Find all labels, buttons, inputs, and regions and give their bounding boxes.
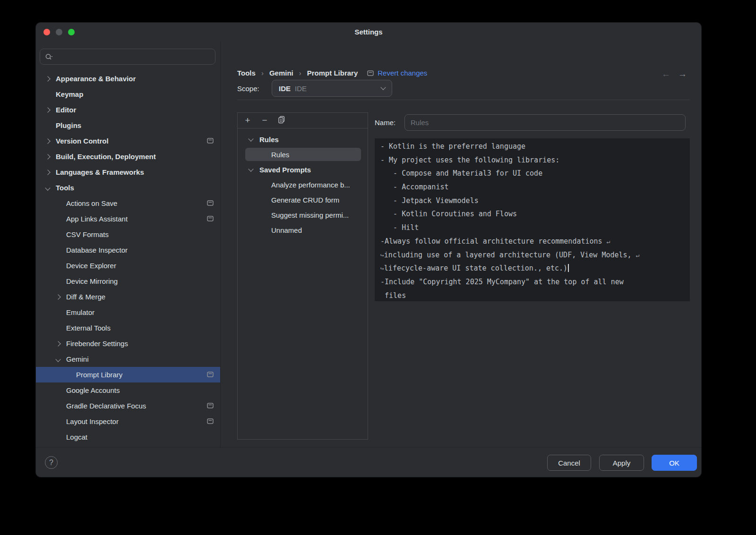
- chevron-right-icon[interactable]: [45, 76, 50, 81]
- prompt-item-label: Analyze performance b...: [271, 181, 350, 189]
- editor-line: - Jetpack Viewmodels: [380, 194, 686, 208]
- sidebar-item-label: Gradle Declarative Focus: [66, 402, 146, 410]
- editor-line-text: lifecycle-aware UI state collection., et…: [384, 264, 567, 272]
- sidebar-item-languages-frameworks[interactable]: Languages & Frameworks: [36, 164, 220, 180]
- editor-line: ↪lifecycle-aware UI state collection., e…: [380, 262, 686, 275]
- sidebar-item-emulator[interactable]: Emulator: [36, 305, 220, 320]
- sidebar-item-version-control[interactable]: Version Control: [36, 133, 220, 149]
- editor-line: - Hilt: [380, 221, 686, 235]
- editor-line: -Include "Copyright 2025 MyCompany" at t…: [380, 275, 686, 289]
- settings-search-box[interactable]: [40, 49, 215, 65]
- prompt-item-unnamed[interactable]: Unnamed: [238, 222, 368, 238]
- revert-changes-link[interactable]: Revert changes: [378, 69, 427, 77]
- sidebar-item-gradle-declarative-focus[interactable]: Gradle Declarative Focus: [36, 398, 220, 414]
- sidebar-item-database-inspector[interactable]: Database Inspector: [36, 242, 220, 258]
- chevron-right-icon[interactable]: [45, 154, 50, 159]
- cancel-button[interactable]: Cancel: [547, 455, 591, 471]
- prompt-text-editor[interactable]: - Kotlin is the preferred language- My p…: [375, 138, 690, 301]
- sidebar-item-plugins[interactable]: Plugins: [36, 118, 220, 133]
- breadcrumb-tools[interactable]: Tools: [237, 69, 256, 77]
- back-arrow-icon[interactable]: ←: [662, 69, 670, 79]
- sidebar-item-label: Device Mirroring: [66, 277, 118, 285]
- chevron-right-icon[interactable]: [45, 107, 50, 112]
- chevron-down-icon: [380, 85, 386, 90]
- sidebar-item-gemini[interactable]: Gemini: [36, 351, 220, 367]
- sidebar-item-tools[interactable]: Tools: [36, 180, 220, 195]
- sidebar-item-keymap[interactable]: Keymap: [36, 86, 220, 102]
- sidebar-item-label: Version Control: [56, 137, 109, 145]
- editor-line-text: - Kotlin Coroutines and Flows: [380, 210, 517, 218]
- prompt-item-rules[interactable]: Rules: [238, 147, 368, 162]
- forward-arrow-icon[interactable]: →: [678, 69, 687, 79]
- prompt-name-input[interactable]: [404, 114, 686, 131]
- sidebar-item-external-tools[interactable]: External Tools: [36, 320, 220, 336]
- scope-dropdown[interactable]: IDE IDE: [272, 80, 392, 97]
- prompt-group-saved-prompts[interactable]: Saved Prompts: [238, 162, 368, 177]
- chevron-down-icon[interactable]: [55, 357, 60, 362]
- apply-button[interactable]: Apply: [599, 455, 644, 471]
- text-cursor: [568, 264, 569, 272]
- help-button[interactable]: ?: [45, 456, 58, 469]
- sidebar-item-label: Gemini: [66, 355, 89, 363]
- chevron-right-icon[interactable]: [55, 341, 60, 346]
- sidebar-item-label: Keymap: [56, 90, 83, 98]
- sidebar-item-google-accounts[interactable]: Google Accounts: [36, 382, 220, 398]
- sidebar-item-label: Firebender Settings: [66, 340, 128, 348]
- prompt-tree-toolbar: + −: [238, 113, 368, 128]
- editor-line-text: -Include "Copyright 2025 MyCompany" at t…: [380, 278, 624, 286]
- sidebar-item-build-execution-deployment[interactable]: Build, Execution, Deployment: [36, 149, 220, 164]
- settings-sidebar: Appearance & BehaviorKeymapEditorPlugins…: [36, 42, 221, 447]
- sidebar-item-csv-formats[interactable]: CSV Formats: [36, 227, 220, 242]
- sidebar-item-layout-inspector[interactable]: Layout Inspector: [36, 414, 220, 429]
- chevron-down-icon[interactable]: [248, 136, 253, 141]
- section-divider: [237, 100, 690, 100]
- sidebar-item-device-mirroring[interactable]: Device Mirroring: [36, 273, 220, 289]
- scope-value: IDE: [295, 85, 307, 93]
- prompt-item-suggest-missing-permi[interactable]: Suggest missing permi...: [238, 207, 368, 222]
- chevron-down-icon[interactable]: [248, 166, 253, 171]
- chevron-right-icon[interactable]: [45, 138, 50, 144]
- sidebar-item-label: Database Inspector: [66, 246, 128, 254]
- settings-search-input[interactable]: [56, 53, 215, 60]
- sidebar-item-prompt-library[interactable]: Prompt Library: [36, 367, 220, 382]
- chevron-right-icon: ›: [299, 69, 301, 77]
- editor-line-text: - Hilt: [380, 223, 419, 232]
- editor-line-text: - My project uses the following librarie…: [380, 156, 559, 164]
- modified-indicator-icon: [207, 418, 214, 424]
- editor-line: - Kotlin Coroutines and Flows: [380, 207, 686, 221]
- scope-label: Scope:: [237, 85, 259, 93]
- editor-line: ↪including use of a layered architecture…: [380, 248, 686, 262]
- ok-button[interactable]: OK: [652, 455, 697, 471]
- sidebar-item-editor[interactable]: Editor: [36, 102, 220, 118]
- sidebar-item-actions-on-save[interactable]: Actions on Save: [36, 195, 220, 211]
- sidebar-item-app-links-assistant[interactable]: App Links Assistant: [36, 211, 220, 227]
- modified-indicator-icon: [367, 70, 374, 76]
- chevron-right-icon[interactable]: [55, 294, 60, 299]
- modified-indicator-icon: [207, 372, 214, 377]
- sidebar-item-firebender-settings[interactable]: Firebender Settings: [36, 336, 220, 351]
- sidebar-item-label: App Links Assistant: [66, 215, 128, 223]
- copy-prompt-button[interactable]: [276, 116, 287, 126]
- chevron-right-icon: ›: [261, 69, 264, 77]
- remove-prompt-button[interactable]: −: [259, 116, 270, 125]
- prompt-group-rules[interactable]: Rules: [238, 132, 368, 147]
- chevron-right-icon[interactable]: [45, 170, 50, 175]
- sidebar-item-label: CSV Formats: [66, 230, 109, 238]
- editor-line-text: - Compose and Material3 for UI code: [380, 169, 542, 178]
- sidebar-item-diff-merge[interactable]: Diff & Merge: [36, 289, 220, 305]
- dialog-footer: ? Cancel Apply OK: [36, 447, 701, 477]
- add-prompt-button[interactable]: +: [242, 116, 253, 125]
- sidebar-item-label: Google Accounts: [66, 386, 120, 394]
- prompt-item-generate-crud-form[interactable]: Generate CRUD form: [238, 192, 368, 207]
- settings-window: Settings Appearance & BehaviorKeymapEdit…: [36, 23, 701, 477]
- sidebar-item-logcat[interactable]: Logcat: [36, 429, 220, 445]
- sidebar-item-label: Layout Inspector: [66, 417, 119, 425]
- chevron-down-icon[interactable]: [45, 185, 50, 190]
- prompt-item-analyze-performance-b[interactable]: Analyze performance b...: [238, 177, 368, 192]
- breadcrumb-gemini[interactable]: Gemini: [269, 69, 293, 77]
- sidebar-item-label: Tools: [56, 184, 74, 192]
- scope-kind: IDE: [279, 85, 291, 93]
- sidebar-item-device-explorer[interactable]: Device Explorer: [36, 258, 220, 273]
- sidebar-item-appearance-behavior[interactable]: Appearance & Behavior: [36, 71, 220, 86]
- editor-line: - Compose and Material3 for UI code: [380, 167, 686, 180]
